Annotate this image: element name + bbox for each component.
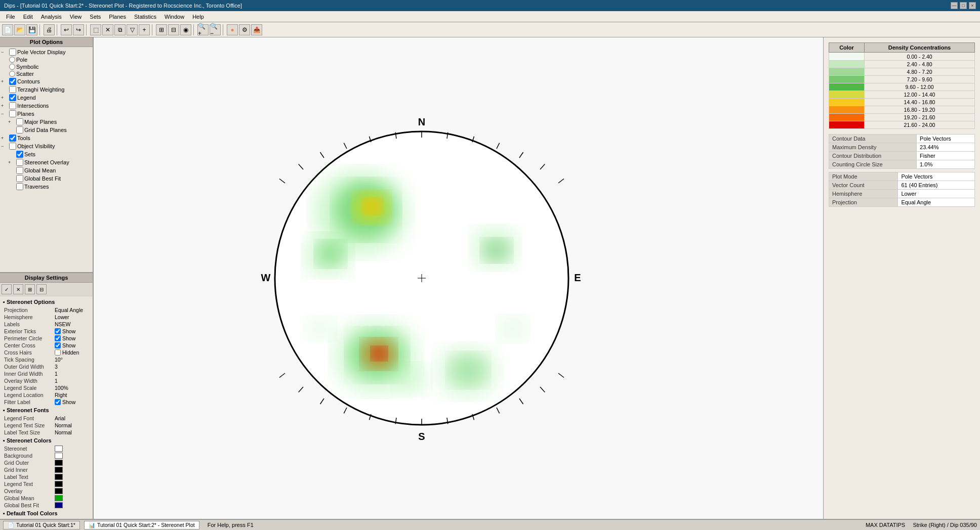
tree-major-planes[interactable]: + Major Planes	[1, 118, 92, 126]
grid-planes-checkbox[interactable]	[16, 126, 23, 134]
delete-button[interactable]: ✕	[102, 24, 113, 35]
filter-label-checkbox[interactable]	[55, 399, 61, 405]
tree-pole[interactable]: Pole	[1, 56, 92, 63]
color-button[interactable]: ●	[227, 24, 238, 35]
legend-checkbox[interactable]	[9, 94, 16, 101]
tools-checkbox[interactable]	[9, 135, 16, 142]
perimeter-circle-value: Show	[62, 335, 75, 341]
zoom-in-button[interactable]: 🔍+	[197, 24, 209, 35]
menu-view[interactable]: View	[66, 13, 86, 21]
tree-global-best-fit[interactable]: Global Best Fit	[1, 174, 92, 183]
ds-cancel-btn[interactable]: ✕	[13, 284, 23, 294]
tree-tools[interactable]: + Tools	[1, 134, 92, 142]
sets-checkbox[interactable]	[16, 151, 23, 158]
counting-circle-label: Counting Circle Size	[829, 160, 917, 169]
undo-button[interactable]: ↩	[61, 24, 72, 35]
collapse-icon[interactable]: ▪	[3, 299, 5, 305]
terzaghi-checkbox[interactable]	[9, 86, 16, 93]
stereonet-color-swatch[interactable]	[55, 446, 63, 452]
tree-container[interactable]: − Pole Vector Display Pole Symbolic Scat…	[0, 47, 93, 272]
tab-tutorial-1[interactable]: 📄 Tutorial 01 Quick Start:1*	[3, 521, 80, 529]
tree-grid-data-planes[interactable]: Grid Data Planes	[1, 126, 92, 134]
redo-button[interactable]: ↪	[73, 24, 84, 35]
contour-dist-value: Fisher	[917, 152, 975, 160]
open-button[interactable]: 📂	[14, 24, 25, 35]
global-mean-color-swatch[interactable]	[55, 495, 63, 501]
info-table-2: Plot Mode Pole Vectors Vector Count 61 (…	[829, 172, 975, 207]
menu-statistics[interactable]: Statistics	[130, 13, 160, 21]
menu-help[interactable]: Help	[188, 13, 208, 21]
menu-analysis[interactable]: Analysis	[37, 13, 66, 21]
window-controls[interactable]: — □ ×	[951, 2, 976, 9]
pole-vector-checkbox[interactable]	[9, 49, 16, 56]
grid-outer-color-swatch[interactable]	[55, 460, 63, 466]
grid-inner-color-swatch[interactable]	[55, 467, 63, 473]
tree-stereonet-overlay[interactable]: + Stereonet Overlay	[1, 158, 92, 166]
table-button[interactable]: ⊞	[156, 24, 167, 35]
menu-planes[interactable]: Planes	[105, 13, 130, 21]
background-color-swatch[interactable]	[55, 453, 63, 459]
ds-save-btn[interactable]: ⊞	[25, 284, 35, 294]
tree-traverses[interactable]: Traverses	[1, 183, 92, 191]
export-button[interactable]: 📤	[251, 24, 262, 35]
overlay-color-swatch[interactable]	[55, 488, 63, 494]
select-button[interactable]: ⬚	[90, 24, 101, 35]
ds-check-btn[interactable]: ✓	[2, 284, 12, 294]
symbolic-radio[interactable]	[9, 64, 15, 70]
overlay-checkbox[interactable]	[16, 159, 23, 166]
save-button[interactable]: 💾	[26, 24, 37, 35]
tree-contours[interactable]: + Contours	[1, 77, 92, 85]
menu-edit[interactable]: Edit	[19, 13, 37, 21]
close-button[interactable]: ×	[969, 2, 976, 9]
scatter-radio[interactable]	[9, 71, 15, 77]
tree-object-visibility[interactable]: − Object Visibility	[1, 142, 92, 150]
print-button[interactable]: 🖨	[44, 24, 55, 35]
tool-colors-collapse-icon[interactable]: ▪	[3, 510, 5, 516]
ds-load-btn[interactable]: ⊟	[36, 284, 47, 294]
add-button[interactable]: +	[139, 24, 150, 35]
grid-button[interactable]: ⊟	[168, 24, 179, 35]
cross-hairs-checkbox[interactable]	[55, 349, 61, 356]
gbf-color-swatch[interactable]	[55, 502, 63, 508]
menu-file[interactable]: File	[2, 13, 19, 21]
tree-intersections[interactable]: + Intersections	[1, 102, 92, 110]
tree-pole-vector-display[interactable]: − Pole Vector Display	[1, 48, 92, 56]
contours-checkbox[interactable]	[9, 78, 16, 85]
pole-radio[interactable]	[9, 57, 15, 63]
tree-terzaghi[interactable]: Terzaghi Weighting	[1, 85, 92, 94]
tree-global-mean[interactable]: Global Mean	[1, 166, 92, 174]
label-text-color-swatch[interactable]	[55, 474, 63, 480]
legend-text-color-swatch[interactable]	[55, 481, 63, 487]
zoom-out-button[interactable]: 🔍−	[210, 24, 221, 35]
exterior-ticks-checkbox[interactable]	[55, 328, 61, 334]
row-color-grid-outer: Grid Outer	[2, 459, 91, 466]
global-mean-checkbox[interactable]	[16, 167, 23, 174]
planes-checkbox[interactable]	[9, 110, 16, 117]
tree-symbolic[interactable]: Symbolic	[1, 63, 92, 70]
tree-sets[interactable]: Sets	[1, 150, 92, 158]
legend-row-1: 0.00 - 2.40	[829, 53, 975, 61]
intersections-checkbox[interactable]	[9, 102, 16, 109]
gbf-checkbox[interactable]	[16, 175, 23, 182]
tab-tutorial-2[interactable]: 📊 Tutorial 01 Quick Start:2* - Stereonet…	[84, 521, 199, 529]
menu-window[interactable]: Window	[160, 13, 188, 21]
tree-scatter[interactable]: Scatter	[1, 70, 92, 77]
colors-collapse-icon[interactable]: ▪	[3, 437, 5, 444]
menu-sets[interactable]: Sets	[86, 13, 105, 21]
chart-button[interactable]: ◉	[180, 24, 191, 35]
maximize-button[interactable]: □	[960, 2, 967, 9]
traverses-checkbox[interactable]	[16, 183, 23, 190]
tree-planes[interactable]: − Planes	[1, 110, 92, 118]
new-button[interactable]: 📄	[2, 24, 13, 35]
color-cell-2	[829, 61, 865, 68]
filter-button[interactable]: ▽	[127, 24, 138, 35]
perimeter-circle-checkbox[interactable]	[55, 335, 61, 341]
copy-button[interactable]: ⧉	[114, 24, 126, 35]
obj-vis-checkbox[interactable]	[9, 143, 16, 150]
tree-legend[interactable]: + Legend	[1, 94, 92, 102]
major-planes-checkbox[interactable]	[16, 118, 23, 125]
minimize-button[interactable]: —	[951, 2, 958, 9]
properties-button[interactable]: ⚙	[239, 24, 250, 35]
fonts-collapse-icon[interactable]: ▪	[3, 407, 5, 413]
center-cross-checkbox[interactable]	[55, 342, 61, 348]
